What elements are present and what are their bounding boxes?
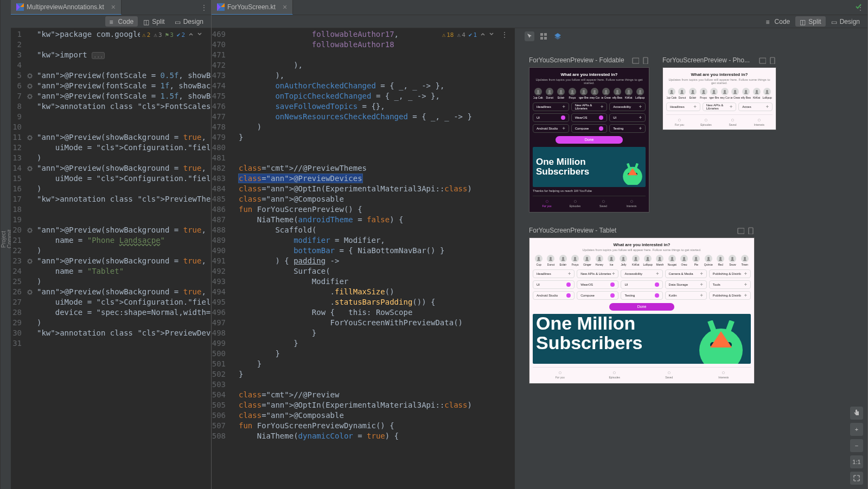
pan-icon[interactable] <box>850 407 863 420</box>
svg-point-40 <box>562 257 564 259</box>
tab-multipreview[interactable]: MultipreviewAnnotations.kt × <box>11 0 122 15</box>
tab-foryou[interactable]: ForYouScreen.kt × <box>212 0 293 15</box>
done-button: Done <box>556 136 623 144</box>
left-tool-strip[interactable]: Project Commit Resource Manager Structur… <box>0 0 11 489</box>
svg-point-39 <box>550 257 552 259</box>
svg-point-37 <box>766 90 768 92</box>
kotlin-icon <box>16 3 24 11</box>
grid-icon[interactable] <box>539 31 548 41</box>
svg-point-36 <box>756 90 758 92</box>
code-editor-right[interactable]: 4694704714724734744754764774784794804814… <box>212 28 520 489</box>
svg-point-51 <box>695 257 697 259</box>
code-editor-left[interactable]: 1234567891011121314151617181920212223242… <box>11 28 211 489</box>
close-icon[interactable]: × <box>283 3 287 11</box>
preview-title-tablet: ForYouScreenPreview - Tablet <box>529 227 616 234</box>
check-icon <box>855 3 863 12</box>
inspection-bar[interactable]: ⚠2 ⚠3 ⚑3 ✔2 <box>140 29 205 41</box>
svg-point-46 <box>635 257 637 259</box>
view-split-button[interactable]: ◫Split <box>795 16 825 27</box>
preview-tablet[interactable]: What are you interested in? Updates from… <box>529 237 755 384</box>
kotlin-icon <box>217 3 225 11</box>
tool-project[interactable]: Project <box>1 230 7 247</box>
tab-label: MultipreviewAnnotations.kt <box>27 3 104 11</box>
svg-point-27 <box>639 90 641 92</box>
svg-point-53 <box>719 257 722 259</box>
svg-rect-14 <box>540 33 543 36</box>
view-design-button[interactable]: ▭Design <box>827 16 864 27</box>
svg-point-22 <box>583 90 585 92</box>
preview-zoom-toolbar[interactable]: + − 1:1 <box>850 407 863 485</box>
svg-rect-16 <box>540 37 543 40</box>
svg-point-28 <box>671 90 673 92</box>
svg-rect-17 <box>544 37 547 40</box>
svg-point-38 <box>538 257 540 259</box>
svg-point-19 <box>548 90 551 92</box>
tablet-icon[interactable] <box>759 57 766 64</box>
svg-point-45 <box>622 257 624 259</box>
pointer-icon[interactable] <box>525 31 534 41</box>
tab-label: ForYouScreen.kt <box>227 3 276 11</box>
nav-up-icon[interactable] <box>480 30 486 40</box>
preview-panel: ForYouScreenPreview - Foldable What are … <box>520 28 867 489</box>
svg-point-55 <box>744 257 746 259</box>
view-design-button[interactable]: ▭Design <box>170 16 208 27</box>
zoom-fit-button[interactable]: 1:1 <box>850 455 863 468</box>
svg-point-34 <box>734 90 736 92</box>
done-button: Done <box>609 303 675 311</box>
phone-icon[interactable] <box>769 57 776 64</box>
preview-toolbar[interactable] <box>520 28 567 44</box>
preview-title-phone: ForYouScreenPreview - Pho... <box>662 56 750 64</box>
view-code-button[interactable]: ≡Code <box>105 16 138 27</box>
svg-point-47 <box>647 257 649 259</box>
hero-card: One MillionSubscribers <box>533 314 751 364</box>
layers-icon[interactable] <box>553 31 563 41</box>
tab-menu-icon[interactable]: ⋮ <box>197 3 211 12</box>
close-icon[interactable]: × <box>111 3 116 11</box>
android-icon <box>622 163 643 185</box>
view-split-button[interactable]: ◫Split <box>139 16 169 27</box>
svg-point-44 <box>610 257 612 259</box>
svg-point-24 <box>605 90 607 92</box>
svg-point-35 <box>745 90 747 92</box>
zoom-out-icon[interactable]: − <box>850 439 863 452</box>
android-icon <box>697 320 745 364</box>
svg-point-29 <box>681 90 683 92</box>
svg-point-20 <box>560 90 562 92</box>
svg-point-43 <box>598 257 601 259</box>
svg-point-33 <box>724 90 726 92</box>
svg-point-26 <box>628 90 630 92</box>
svg-point-25 <box>616 90 618 92</box>
svg-point-31 <box>703 90 705 92</box>
preview-foldable[interactable]: What are you interested in? Updates from… <box>529 67 649 213</box>
nav-up-icon[interactable] <box>188 30 194 40</box>
svg-point-32 <box>713 90 715 92</box>
svg-point-30 <box>692 90 694 92</box>
tablet-icon[interactable] <box>737 227 744 234</box>
preview-phone[interactable]: What are you interested in? Updates from… <box>662 67 776 130</box>
svg-rect-15 <box>544 33 547 36</box>
inspection-menu-icon[interactable]: ⋮ <box>497 30 512 40</box>
svg-point-50 <box>683 257 685 259</box>
svg-point-41 <box>574 257 576 259</box>
svg-point-48 <box>659 257 661 259</box>
zoom-in-icon[interactable]: + <box>850 423 863 436</box>
svg-point-21 <box>571 90 573 92</box>
phone-icon[interactable] <box>748 227 755 234</box>
phone-icon[interactable] <box>642 57 649 64</box>
expand-icon[interactable] <box>850 472 863 485</box>
svg-point-52 <box>707 257 710 259</box>
tablet-icon[interactable] <box>632 57 639 64</box>
svg-point-49 <box>671 257 673 259</box>
svg-point-54 <box>731 257 733 259</box>
svg-point-42 <box>586 257 588 259</box>
nav-down-icon[interactable] <box>197 30 202 40</box>
svg-point-23 <box>593 90 596 92</box>
preview-title-foldable: ForYouScreenPreview - Foldable <box>529 56 624 64</box>
hero-card: One MillionSubscribers <box>533 147 646 187</box>
view-code-button[interactable]: ≡Code <box>762 16 795 27</box>
svg-point-18 <box>537 90 539 92</box>
nav-down-icon[interactable] <box>489 30 494 40</box>
